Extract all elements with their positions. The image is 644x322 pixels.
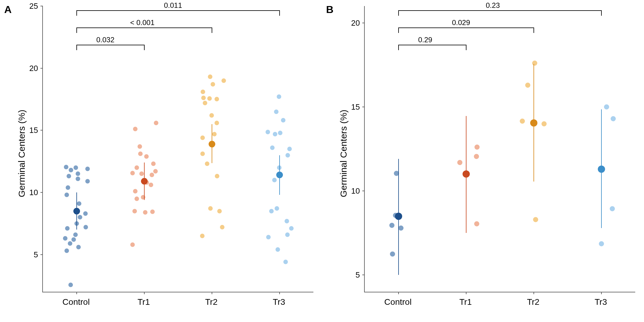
comparison-bracket-tick: [398, 10, 399, 16]
mean-point: [530, 119, 537, 127]
x-category-label: Tr3: [583, 297, 619, 307]
comparison-bracket-tick: [398, 27, 399, 33]
x-category-label: Tr3: [261, 297, 297, 307]
data-point: [141, 195, 145, 200]
y-tick-label: 20: [351, 18, 360, 28]
data-point: [138, 144, 142, 149]
data-point: [285, 219, 289, 223]
data-point: [149, 173, 154, 177]
data-point: [274, 109, 279, 114]
data-point: [132, 209, 137, 213]
data-point: [73, 232, 78, 237]
comparison-bracket-tick: [144, 45, 145, 50]
data-point: [533, 217, 538, 222]
data-point: [130, 171, 135, 175]
y-tick-label: 15: [29, 126, 38, 135]
comparison-bracket-tick: [533, 27, 534, 33]
data-point: [222, 78, 226, 83]
y-tick: [362, 107, 365, 107]
x-category-label: Tr1: [447, 297, 484, 307]
x-tick: [533, 292, 534, 294]
data-point: [214, 97, 219, 101]
mean-point: [395, 213, 402, 220]
data-point: [214, 121, 219, 125]
comparison-bracket: [77, 27, 212, 28]
data-point: [205, 162, 210, 166]
data-point: [76, 172, 80, 176]
data-point: [154, 121, 158, 125]
data-point: [85, 179, 90, 183]
data-point: [64, 193, 69, 197]
data-point: [220, 225, 224, 230]
data-point: [277, 95, 281, 99]
comparison-bracket: [77, 45, 144, 45]
y-tick-label: 10: [29, 188, 38, 197]
x-tick: [398, 292, 399, 294]
data-point: [211, 82, 215, 87]
data-point: [135, 165, 139, 170]
y-tick: [40, 68, 43, 69]
data-point: [520, 119, 525, 124]
comparison-bracket-tick: [212, 27, 212, 33]
comparison-bracket-tick: [398, 45, 399, 50]
comparison-bracket: [77, 10, 280, 11]
data-point: [85, 166, 90, 171]
data-point: [133, 127, 138, 131]
data-point: [270, 145, 274, 150]
mean-point: [598, 166, 605, 173]
data-point: [133, 189, 137, 193]
data-point: [217, 209, 222, 213]
data-point: [272, 178, 277, 182]
data-point: [135, 196, 139, 201]
mean-point: [209, 141, 215, 147]
y-tick: [362, 23, 365, 23]
data-point: [398, 225, 403, 230]
data-point: [390, 251, 395, 256]
y-tick-label: 20: [29, 64, 38, 73]
data-point: [74, 165, 78, 170]
y-tick-label: 25: [29, 2, 38, 11]
comparison-bracket-tick: [76, 10, 77, 16]
data-point: [200, 135, 205, 140]
data-point: [208, 75, 213, 79]
comparison-bracket: [399, 10, 601, 11]
p-value-label: 0.011: [164, 1, 182, 10]
comparison-bracket: [399, 45, 466, 45]
y-tick-label: 15: [351, 102, 360, 112]
y-tick: [40, 192, 43, 193]
data-point: [532, 61, 537, 66]
data-point: [130, 242, 135, 247]
data-point: [542, 121, 547, 126]
data-point: [143, 210, 148, 214]
data-point: [76, 245, 81, 249]
y-tick: [362, 275, 365, 275]
y-tick-label: 5: [34, 250, 38, 259]
data-point: [525, 82, 530, 88]
data-point: [604, 104, 609, 109]
x-category-label: Tr2: [515, 297, 551, 307]
y-axis-title: Germinal Centers (%): [338, 110, 349, 197]
x-category-label: Control: [58, 297, 94, 307]
data-point: [200, 233, 204, 238]
data-point: [138, 152, 143, 156]
panel-letter: A: [4, 4, 12, 15]
y-axis-title: Germinal Centers (%): [17, 110, 27, 197]
p-value-label: 0.29: [418, 36, 432, 44]
data-point: [200, 152, 205, 156]
data-point: [610, 206, 615, 211]
data-point: [273, 132, 277, 136]
mean-point: [73, 208, 80, 214]
data-point: [76, 176, 80, 181]
comparison-bracket-tick: [279, 10, 280, 16]
x-category-label: Control: [380, 297, 416, 307]
p-value-label: 0.029: [452, 18, 470, 27]
y-tick: [40, 130, 43, 130]
data-point: [153, 169, 158, 174]
y-tick: [40, 254, 43, 255]
data-point: [269, 209, 274, 213]
data-point: [207, 96, 212, 101]
data-point: [474, 221, 479, 226]
data-point: [276, 247, 280, 252]
p-value-label: 0.032: [96, 36, 114, 44]
mean-point: [463, 170, 470, 178]
